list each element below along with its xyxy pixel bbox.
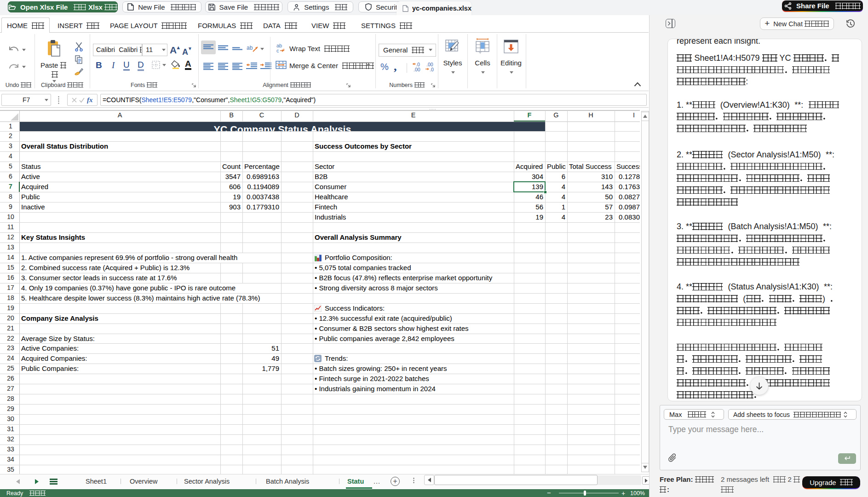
svg-text:.00: .00 (414, 67, 420, 72)
svg-text:.0: .0 (430, 67, 434, 72)
svg-text:ab: ab (247, 45, 253, 51)
svg-text:c: c (276, 48, 279, 53)
